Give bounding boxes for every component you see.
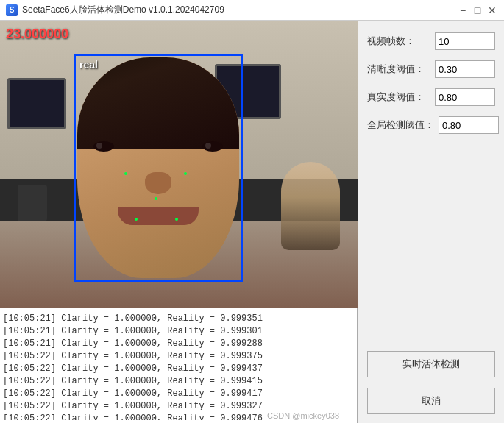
clarity-label: 清晰度阈值： <box>367 63 425 76</box>
fps-label: 视频帧数： <box>367 35 415 48</box>
cancel-button[interactable]: 取消 <box>367 388 495 414</box>
log-line: [10:05:22] Clarity = 1.000000, Reality =… <box>3 350 342 363</box>
controls-spacer <box>367 144 495 335</box>
log-line: [10:05:22] Clarity = 1.000000, Reality =… <box>3 375 342 388</box>
log-line: [10:05:22] Clarity = 1.000000, Reality =… <box>3 363 342 375</box>
bg-monitor-left <box>7 78 66 129</box>
landmark-2 <box>184 172 187 175</box>
maximize-button[interactable]: □ <box>472 4 483 16</box>
landmark-4 <box>135 218 138 221</box>
log-line: [10:05:21] Clarity = 1.000000, Reality =… <box>3 338 342 350</box>
minimize-button[interactable]: − <box>457 4 469 16</box>
detection-rectangle <box>74 54 243 282</box>
reality-label: 真实度阈值： <box>367 90 425 104</box>
clarity-input[interactable] <box>435 60 495 78</box>
video-area: real 23.000000 <box>0 21 358 308</box>
reality-row: 真实度阈值： <box>367 88 495 106</box>
window-title: SeetaFace6人脸活体检测Demo v1.0.1.2024042709 <box>22 4 224 16</box>
detect-button[interactable]: 实时活体检测 <box>367 351 495 377</box>
global-label: 全局检测阈值： <box>367 118 434 132</box>
frame-counter: 23.000000 <box>6 26 68 42</box>
clarity-row: 清晰度阈值： <box>367 60 495 78</box>
person-background <box>281 162 340 250</box>
global-row: 全局检测阈值： <box>367 116 495 134</box>
title-bar: S SeetaFace6人脸活体检测Demo v1.0.1.2024042709… <box>0 0 504 21</box>
log-line: [10:05:22] Clarity = 1.000000, Reality =… <box>3 388 342 400</box>
title-bar-left: S SeetaFace6人脸活体检测Demo v1.0.1.2024042709 <box>6 4 224 16</box>
log-line: [10:05:21] Clarity = 1.000000, Reality =… <box>3 313 342 325</box>
app-icon: S <box>6 4 18 16</box>
real-label: real <box>79 59 98 71</box>
bg-chair <box>18 185 47 221</box>
fps-input[interactable] <box>435 32 495 50</box>
window-controls: − □ ✕ <box>457 4 498 16</box>
log-panel: [10:05:21] Clarity = 1.000000, Reality =… <box>0 308 358 423</box>
close-button[interactable]: ✕ <box>486 4 498 16</box>
log-scroll[interactable]: [10:05:21] Clarity = 1.000000, Reality =… <box>0 311 357 420</box>
right-panel: 视频帧数： 清晰度阈值： 真实度阈值： 全局检测阈值： 实时活体检测 取消 <box>358 21 504 423</box>
watermark: CSDN @mickey038 <box>267 411 339 420</box>
log-line: [10:05:21] Clarity = 1.000000, Reality =… <box>3 325 342 338</box>
fps-row: 视频帧数： <box>367 32 495 50</box>
main-content: real 23.000000 [10:05:21] Clarity = 1.00… <box>0 21 504 423</box>
reality-input[interactable] <box>435 88 495 106</box>
face-container <box>74 54 243 282</box>
global-input[interactable] <box>439 116 499 134</box>
left-panel: real 23.000000 [10:05:21] Clarity = 1.00… <box>0 21 358 423</box>
